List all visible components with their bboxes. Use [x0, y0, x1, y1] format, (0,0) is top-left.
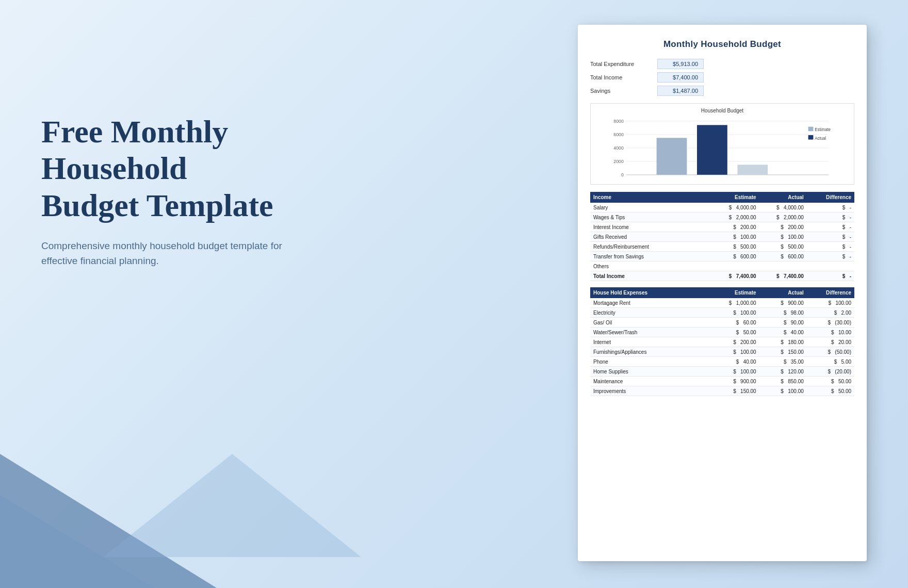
expense-table-row: Improvements $ 150.00 $ 100.00 $ 50.00: [590, 386, 854, 396]
income-difference: $ -: [807, 242, 854, 252]
svg-rect-12: [737, 165, 768, 175]
income-difference: $ -: [807, 232, 854, 242]
expense-actual: $ 90.00: [759, 318, 807, 328]
expense-difference: $ 2.00: [807, 308, 854, 318]
document-card: Monthly Household Budget Total Expenditu…: [578, 25, 867, 561]
summary-label-income: Total Income: [590, 74, 657, 80]
expense-actual: $ 100.00: [759, 386, 807, 396]
expense-item: Water/Sewer/Trash: [590, 328, 712, 337]
expense-estimate: $ 40.00: [712, 357, 759, 367]
left-panel: Free Monthly HouseholdBudget Template Co…: [41, 113, 371, 269]
income-item: Others: [590, 262, 712, 271]
doc-title: Monthly Household Budget: [590, 39, 854, 50]
expense-difference: $ (50.00): [807, 347, 854, 357]
expense-difference: $ 100.00: [807, 298, 854, 308]
income-total-actual: $ 7,400.00: [759, 271, 807, 281]
income-total-difference: $ -: [807, 271, 854, 281]
svg-text:6000: 6000: [613, 132, 624, 137]
income-item: Interest Income: [590, 222, 712, 232]
expense-actual: $ 150.00: [759, 347, 807, 357]
income-table-row: Refunds/Reinbursement $ 500.00 $ 500.00 …: [590, 242, 854, 252]
expense-item: Maintenance: [590, 377, 712, 386]
expense-col-actual: Actual: [759, 287, 807, 298]
income-difference: [807, 262, 854, 271]
expense-table-row: Electricity $ 100.00 $ 98.00 $ 2.00: [590, 308, 854, 318]
chart-area: Household Budget 8000 6000 4000 2000 0: [590, 103, 854, 185]
income-estimate: $ 600.00: [712, 252, 759, 262]
expense-col-item: House Hold Expenses: [590, 287, 712, 298]
income-estimate: $ 2,000.00: [712, 213, 759, 222]
income-actual: $ 4,000.00: [759, 203, 807, 213]
income-actual: [759, 262, 807, 271]
income-estimate: $ 500.00: [712, 242, 759, 252]
income-table: Income Estimate Actual Difference Salary…: [590, 192, 854, 281]
expense-actual: $ 40.00: [759, 328, 807, 337]
income-actual: $ 600.00: [759, 252, 807, 262]
expense-item: Phone: [590, 357, 712, 367]
expense-actual: $ 850.00: [759, 377, 807, 386]
expense-difference: $ (20.00): [807, 367, 854, 377]
expense-table: House Hold Expenses Estimate Actual Diff…: [590, 287, 854, 396]
expense-item: Mortagage Rent: [590, 298, 712, 308]
expense-difference: $ 50.00: [807, 377, 854, 386]
income-total-label: Total Income: [590, 271, 712, 281]
income-actual: $ 200.00: [759, 222, 807, 232]
income-actual: $ 100.00: [759, 232, 807, 242]
svg-text:Actual: Actual: [815, 136, 826, 140]
expense-table-row: Mortagage Rent $ 1,000.00 $ 900.00 $ 100…: [590, 298, 854, 308]
expense-difference: $ 10.00: [807, 328, 854, 337]
expense-difference: $ 50.00: [807, 386, 854, 396]
expense-table-row: Gas/ Oil $ 60.00 $ 90.00 $ (30.00): [590, 318, 854, 328]
expense-estimate: $ 50.00: [712, 328, 759, 337]
expense-estimate: $ 200.00: [712, 337, 759, 347]
expense-estimate: $ 1,000.00: [712, 298, 759, 308]
income-actual: $ 2,000.00: [759, 213, 807, 222]
expense-table-row: Maintenance $ 900.00 $ 850.00 $ 50.00: [590, 377, 854, 386]
svg-text:Estimate: Estimate: [815, 127, 831, 132]
income-table-row: Transfer from Savings $ 600.00 $ 600.00 …: [590, 252, 854, 262]
summary-row-expenditure: Total Expenditure $5,913.00: [590, 59, 854, 69]
expense-table-row: Water/Sewer/Trash $ 50.00 $ 40.00 $ 10.0…: [590, 328, 854, 337]
expense-estimate: $ 100.00: [712, 308, 759, 318]
expense-item: Furnishings/Appliances: [590, 347, 712, 357]
income-estimate: $ 4,000.00: [712, 203, 759, 213]
income-actual: $ 500.00: [759, 242, 807, 252]
expense-col-estimate: Estimate: [712, 287, 759, 298]
main-title: Free Monthly HouseholdBudget Template: [41, 113, 371, 224]
expense-actual: $ 180.00: [759, 337, 807, 347]
sub-description: Comprehensive monthly household budget t…: [41, 238, 299, 269]
income-col-item: Income: [590, 192, 712, 203]
income-item: Salary: [590, 203, 712, 213]
income-estimate: $ 100.00: [712, 232, 759, 242]
income-total-estimate: $ 7,400.00: [712, 271, 759, 281]
svg-text:4000: 4000: [613, 145, 624, 151]
income-table-row: Gifts Received $ 100.00 $ 100.00 $ -: [590, 232, 854, 242]
expense-table-body: Mortagage Rent $ 1,000.00 $ 900.00 $ 100…: [590, 298, 854, 396]
chart-title: Household Budget: [596, 108, 849, 113]
summary-label-savings: Savings: [590, 88, 657, 94]
chart-svg: 8000 6000 4000 2000 0 Estimate Actual: [596, 116, 849, 183]
summary-label-expenditure: Total Expenditure: [590, 61, 657, 67]
summary-value-expenditure: $5,913.00: [657, 59, 704, 69]
svg-rect-13: [808, 127, 814, 132]
expense-estimate: $ 150.00: [712, 386, 759, 396]
income-item: Transfer from Savings: [590, 252, 712, 262]
expense-table-header: House Hold Expenses Estimate Actual Diff…: [590, 287, 854, 298]
income-table-body: Salary $ 4,000.00 $ 4,000.00 $ - Wages &…: [590, 203, 854, 281]
expense-difference: $ 20.00: [807, 337, 854, 347]
expense-actual: $ 98.00: [759, 308, 807, 318]
svg-rect-15: [808, 135, 814, 140]
income-col-estimate: Estimate: [712, 192, 759, 203]
expense-estimate: $ 900.00: [712, 377, 759, 386]
expense-estimate: $ 60.00: [712, 318, 759, 328]
income-estimate: [712, 262, 759, 271]
svg-rect-10: [657, 138, 687, 175]
income-table-header: Income Estimate Actual Difference: [590, 192, 854, 203]
income-difference: $ -: [807, 252, 854, 262]
summary-row-savings: Savings $1,487.00: [590, 86, 854, 96]
summary-section: Total Expenditure $5,913.00 Total Income…: [590, 59, 854, 96]
expense-difference: $ (30.00): [807, 318, 854, 328]
income-col-actual: Actual: [759, 192, 807, 203]
expense-item: Internet: [590, 337, 712, 347]
expense-estimate: $ 100.00: [712, 347, 759, 357]
